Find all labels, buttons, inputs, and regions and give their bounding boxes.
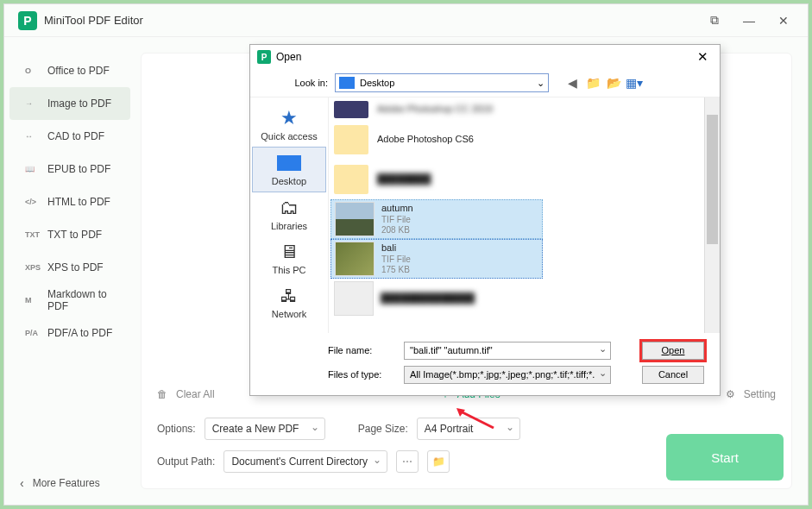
dialog-logo: P	[257, 50, 271, 64]
file-size: 175 KB	[381, 265, 411, 275]
output-path-select[interactable]: Document's Current Directory	[223, 450, 387, 473]
folder-icon	[334, 165, 368, 194]
sidebar-item-cad[interactable]: ↔ CAD to PDF	[9, 120, 130, 153]
new-folder-icon[interactable]: 📂	[606, 75, 621, 91]
start-button[interactable]: Start	[666, 434, 784, 481]
filesoftype-label: Files of type:	[328, 369, 397, 380]
more-features-label: More Features	[33, 477, 100, 489]
dialog-close-button[interactable]: ✕	[692, 49, 713, 65]
sidebar-item-label: CAD to PDF	[47, 130, 104, 142]
sidebar-item-label: XPS to PDF	[47, 261, 104, 273]
folder-icon	[334, 125, 368, 154]
sidebar-item-xps[interactable]: XPS XPS to PDF	[9, 251, 130, 284]
output-path-value: Document's Current Directory	[231, 456, 368, 468]
back-icon[interactable]: ◀	[564, 75, 580, 91]
dialog-body: ★ Quick access Desktop 🗂 Libraries 🖥 Thi…	[250, 97, 720, 333]
app-logo: P	[18, 11, 37, 30]
sidebar-item-epub[interactable]: 📖 EPUB to PDF	[9, 153, 130, 185]
sidebar-item-label: Image to PDF	[47, 97, 111, 110]
file-name: ████████	[377, 173, 431, 185]
open-button[interactable]: Open	[642, 342, 704, 360]
place-desktop[interactable]: Desktop	[252, 147, 326, 192]
chevron-left-icon: ‹	[20, 476, 24, 490]
view-menu-icon[interactable]: ▦▾	[626, 75, 642, 91]
lookin-select[interactable]: Desktop ⌄	[335, 73, 549, 92]
html-icon: </>	[25, 198, 41, 206]
sidebar-item-txt[interactable]: TXT TXT to PDF	[9, 218, 130, 251]
sidebar: O Office to PDF → Image to PDF ↔ CAD to …	[4, 37, 135, 349]
desktop-icon	[339, 77, 355, 89]
share-icon[interactable]: ⧉	[697, 8, 732, 34]
dialog-titlebar: P Open ✕	[250, 45, 720, 69]
txt-icon: TXT	[25, 230, 41, 239]
sidebar-item-html[interactable]: </> HTML to PDF	[9, 185, 130, 218]
folder-icon	[334, 101, 368, 118]
image-thumb	[335, 202, 375, 236]
sidebar-item-markdown[interactable]: M Markdown to PDF	[9, 284, 130, 317]
titlebar: P MiniTool PDF Editor ⧉ — ✕	[4, 4, 808, 37]
image-icon: →	[25, 99, 41, 108]
options-label: Options:	[157, 423, 196, 435]
up-folder-icon[interactable]: 📁	[585, 75, 601, 91]
browse-folder-button[interactable]: 📁	[427, 450, 450, 473]
file-item-image[interactable]: autumn TIF File 208 KB	[330, 199, 543, 239]
vertical-scrollbar[interactable]	[704, 97, 719, 333]
filename-input[interactable]: "bali.tif" "autumn.tif"	[404, 342, 611, 360]
file-item-folder[interactable]: ████████	[330, 160, 717, 199]
pdfa-icon: P/A	[25, 329, 41, 337]
left-column: O Office to PDF → Image to PDF ↔ CAD to …	[4, 37, 135, 505]
filesoftype-select[interactable]: All Image(*.bmp;*.jpg;*.jpeg;*.png;*.tif…	[404, 366, 611, 384]
output-label: Output Path:	[157, 456, 215, 468]
cancel-button-label: Cancel	[658, 369, 688, 380]
quick-access-icon: ★	[276, 108, 302, 129]
file-size: 208 KB	[381, 225, 413, 236]
office-icon: O	[25, 66, 41, 75]
place-quick-access[interactable]: ★ Quick access	[250, 103, 328, 147]
lookin-label: Look in:	[261, 78, 328, 88]
file-name: Adobe Photoshop CC 2019	[377, 104, 493, 115]
more-path-button[interactable]: ⋯	[396, 450, 419, 473]
file-name: autumn	[381, 203, 413, 214]
place-label: Libraries	[271, 221, 307, 231]
file-type: TIF File	[381, 215, 413, 225]
file-list-area[interactable]: Adobe Photoshop CC 2019 Adobe Photoshop …	[328, 97, 720, 333]
sidebar-item-label: TXT to PDF	[47, 229, 102, 241]
app-window: P MiniTool PDF Editor ⧉ — ✕ O Office to …	[3, 3, 809, 506]
place-label: Quick access	[261, 131, 317, 141]
place-this-pc[interactable]: 🖥 This PC	[250, 236, 328, 280]
desktop-place-icon	[276, 153, 302, 173]
clear-all-button[interactable]: Clear All	[176, 388, 215, 400]
dialog-nav-icons: ◀ 📁 📂 ▦▾	[564, 75, 642, 91]
sidebar-item-pdfa[interactable]: P/A PDF/A to PDF	[9, 317, 130, 349]
sidebar-item-label: Office to PDF	[47, 65, 110, 77]
file-name: Adobe Photoshop CS6	[377, 134, 474, 145]
setting-button[interactable]: Setting	[744, 388, 776, 400]
sidebar-item-office[interactable]: O Office to PDF	[9, 54, 130, 87]
file-item-folder[interactable]: Adobe Photoshop CC 2019	[330, 99, 717, 120]
lookin-value: Desktop	[360, 78, 394, 88]
dialog-title: Open	[276, 51, 692, 63]
sidebar-item-label: EPUB to PDF	[47, 163, 110, 175]
cancel-button[interactable]: Cancel	[642, 366, 704, 384]
network-icon: 🖧	[276, 286, 302, 306]
sidebar-item-label: HTML to PDF	[47, 196, 110, 208]
more-features[interactable]: ‹ More Features	[4, 462, 135, 505]
file-name: ██████████████	[381, 292, 475, 304]
scrollbar-thumb[interactable]	[707, 115, 718, 244]
place-network[interactable]: 🖧 Network	[250, 280, 328, 324]
cad-icon: ↔	[25, 132, 41, 141]
image-thumb	[335, 242, 375, 276]
file-name: bali	[381, 242, 411, 254]
place-libraries[interactable]: 🗂 Libraries	[250, 192, 328, 236]
close-button[interactable]: ✕	[766, 8, 801, 34]
place-label: Network	[272, 309, 306, 319]
filesoftype-value: All Image(*.bmp;*.jpg;*.jpeg;*.png;*.tif…	[410, 369, 595, 380]
file-item-image[interactable]: ██████████████	[330, 279, 717, 318]
xps-icon: XPS	[25, 263, 41, 272]
file-item-folder[interactable]: Adobe Photoshop CS6	[330, 120, 717, 160]
options-select[interactable]: Create a New PDF	[205, 418, 325, 440]
sidebar-item-image[interactable]: → Image to PDF	[9, 87, 130, 120]
minimize-button[interactable]: —	[732, 8, 766, 34]
file-item-image[interactable]: bali TIF File 175 KB	[330, 239, 543, 279]
options-select-value: Create a New PDF	[212, 423, 299, 435]
